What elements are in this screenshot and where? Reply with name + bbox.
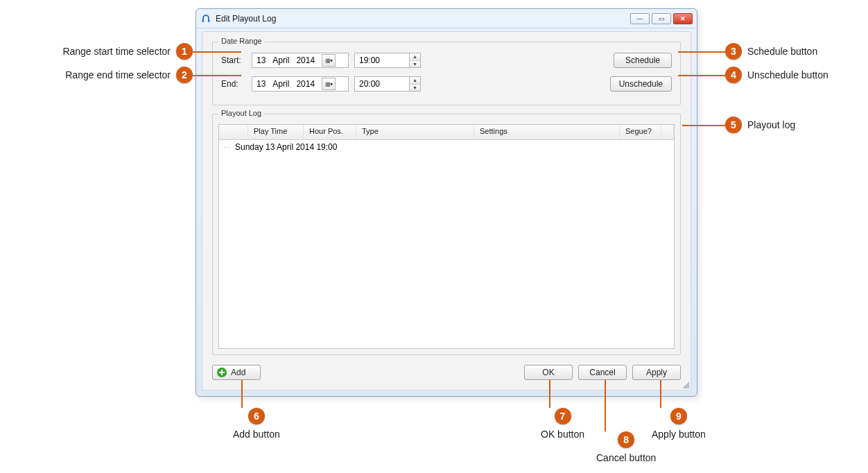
end-row: End: 13 April 2014 ▦▾ 20:00 ▲▼ Unschedul… [221,76,672,92]
col-trailing[interactable] [661,125,674,139]
tree-expander-icon[interactable]: ⋯ [223,144,231,151]
date-range-legend: Date Range [218,37,265,45]
col-settings[interactable]: Settings [474,125,620,139]
callout-text: Schedule button [747,46,817,57]
col-segue[interactable]: Segue? [620,125,661,139]
edit-playout-log-window: Edit Playout Log — ▭ ✕ Date Range Start:… [196,8,697,397]
callout-4: 4 Unschedule button [725,67,828,83]
end-day: 13 [257,79,266,89]
end-time-text: 20:00 [355,79,409,89]
callout-badge: 8 [618,431,634,448]
apply-button[interactable]: Apply [632,365,681,380]
callout-6: 6 Add button [233,408,280,440]
leader-line [549,380,550,408]
callout-1: Range start time selector 1 [8,43,193,60]
callout-5: 5 Playout log [725,117,795,133]
minimize-button[interactable]: — [630,13,650,24]
callout-badge: 6 [248,408,265,424]
leader-line [678,51,725,53]
leader-line [678,75,725,76]
titlebar: Edit Playout Log — ▭ ✕ [196,9,697,28]
callout-text: Range end time selector [65,69,171,80]
col-blank[interactable] [219,125,248,139]
col-type[interactable]: Type [356,125,474,139]
headphones-icon [200,13,211,24]
col-playtime[interactable]: Play Time [248,125,304,139]
start-date-input[interactable]: 13 April 2014 ▦▾ [252,53,349,68]
callout-badge: 5 [725,117,742,133]
svg-rect-0 [202,19,205,22]
start-year: 2014 [296,55,315,65]
client-area: Date Range Start: 13 April 2014 ▦▾ 19:00… [202,31,691,390]
start-day: 13 [257,55,266,65]
leader-line [241,380,243,408]
cancel-button[interactable]: Cancel [578,365,627,380]
playout-log-list[interactable]: Play Time Hour Pos. Type Settings Segue?… [218,124,675,349]
schedule-button[interactable]: Schedule [614,53,672,68]
window-controls: — ▭ ✕ [630,13,693,24]
bottom-bar: Add OK Cancel Apply [212,363,681,381]
callout-2: Range end time selector 2 [8,67,193,83]
end-time-input[interactable]: 20:00 ▲▼ [354,76,421,92]
callout-7: 7 OK button [541,408,584,440]
playout-log-group: Playout Log Play Time Hour Pos. Type Set… [212,114,681,355]
add-button-label: Add [231,368,245,377]
list-item[interactable]: ⋯ Sunday 13 April 2014 19:00 [219,140,674,154]
callout-text: Unschedule button [747,69,828,80]
ok-button[interactable]: OK [524,365,573,380]
playout-log-body[interactable]: ⋯ Sunday 13 April 2014 19:00 [219,140,674,348]
callout-badge: 2 [176,67,193,83]
spinner-icon[interactable]: ▲▼ [409,77,420,91]
end-label: End: [221,79,246,89]
callout-badge: 4 [725,67,742,83]
svg-rect-1 [208,19,210,22]
start-month: April [272,55,289,65]
resize-grip-icon[interactable] [681,380,689,388]
callout-text: Add button [233,429,280,440]
leader-line [605,380,606,431]
callout-9: 9 Apply button [652,408,706,440]
start-time-input[interactable]: 19:00 ▲▼ [354,53,421,68]
callout-text: Range start time selector [62,46,171,57]
callout-badge: 1 [176,43,193,60]
col-hourpos[interactable]: Hour Pos. [304,125,356,139]
leader-line [660,380,661,408]
add-button[interactable]: Add [212,365,261,380]
callout-badge: 3 [725,43,742,60]
playout-log-legend: Playout Log [218,109,264,117]
end-month: April [272,79,289,89]
callout-text: Apply button [652,429,706,440]
start-label: Start: [221,55,246,65]
playout-log-header: Play Time Hour Pos. Type Settings Segue? [219,125,674,140]
calendar-icon[interactable]: ▦▾ [322,54,336,67]
callout-badge: 9 [670,408,687,424]
callout-text: Playout log [747,119,795,130]
end-year: 2014 [296,79,315,89]
plus-icon [217,368,227,377]
window-title: Edit Playout Log [216,14,630,24]
maximize-button[interactable]: ▭ [652,13,671,24]
start-row: Start: 13 April 2014 ▦▾ 19:00 ▲▼ Schedul… [221,52,672,69]
callout-text: Cancel button [596,452,656,463]
callout-badge: 7 [555,408,571,424]
callout-8: 8 Cancel button [596,431,656,463]
leader-line [193,51,241,53]
unschedule-button[interactable]: Unschedule [610,76,672,92]
callout-text: OK button [541,429,584,440]
calendar-icon[interactable]: ▦▾ [322,78,336,90]
start-time-text: 19:00 [355,55,409,65]
date-range-group: Date Range Start: 13 April 2014 ▦▾ 19:00… [212,42,681,105]
callout-3: 3 Schedule button [725,43,817,60]
leader-line [682,125,725,126]
end-date-input[interactable]: 13 April 2014 ▦▾ [252,76,349,92]
spinner-icon[interactable]: ▲▼ [409,53,420,67]
close-button[interactable]: ✕ [673,13,693,24]
entry-label: Sunday 13 April 2014 19:00 [235,142,337,152]
leader-line [193,75,241,76]
